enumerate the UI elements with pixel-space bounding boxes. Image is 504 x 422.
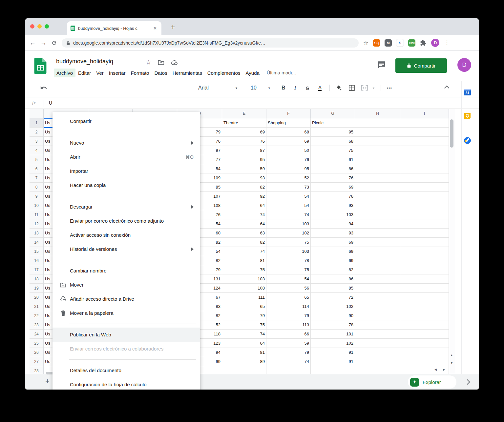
file-menu-item-compartir[interactable]: Compartir [52, 114, 200, 128]
browser-profile-avatar[interactable]: D [431, 39, 439, 47]
cell-H14[interactable] [355, 238, 400, 247]
row-header-13[interactable]: 13 [30, 229, 44, 238]
row-header-26[interactable]: 26 [30, 348, 44, 357]
cell-F12[interactable]: 103 [266, 219, 311, 229]
more-toolbar-icon[interactable]: ⋯ [387, 85, 392, 91]
cell-I21[interactable] [400, 302, 449, 311]
scroll-down-icon[interactable]: ▼ [450, 361, 453, 365]
sheets-logo[interactable] [34, 58, 47, 74]
cell-G12[interactable]: 94 [311, 219, 355, 229]
select-all-corner[interactable] [30, 109, 44, 118]
cell-G3[interactable]: 68 [311, 137, 355, 146]
cell-F4[interactable]: 50 [266, 146, 311, 155]
cell-H10[interactable] [355, 201, 400, 210]
vertical-scrollbar[interactable] [449, 109, 455, 390]
cell-F19[interactable]: 56 [266, 284, 311, 293]
cell-E22[interactable]: 79 [222, 311, 266, 320]
cell-F9[interactable]: 54 [266, 192, 311, 201]
menubar-item-formato[interactable]: Formato [128, 69, 152, 77]
cell-G7[interactable]: 76 [311, 173, 355, 183]
cell-G8[interactable]: 69 [311, 183, 355, 192]
cell-F20[interactable]: 65 [266, 293, 311, 302]
cell-I27[interactable] [400, 357, 449, 366]
cell-G11[interactable]: 103 [311, 210, 355, 219]
file-menu-item-abrir[interactable]: Abrir⌘O [52, 150, 200, 164]
cell-F15[interactable]: 103 [266, 247, 311, 256]
cell-G9[interactable]: 76 [311, 192, 355, 201]
cell-I19[interactable] [400, 284, 449, 293]
row-header-10[interactable]: 10 [30, 201, 44, 210]
row-header-21[interactable]: 21 [30, 302, 44, 311]
forward-icon[interactable]: → [40, 39, 47, 47]
cell-H19[interactable] [355, 284, 400, 293]
extensions-puzzle-icon[interactable] [420, 40, 427, 46]
document-title[interactable]: buddymove_holidayiq [56, 58, 113, 65]
cell-H16[interactable] [355, 256, 400, 265]
file-menu-item-cambiar-nombre[interactable]: Cambiar nombre [52, 264, 200, 278]
cell-H8[interactable] [355, 183, 400, 192]
file-menu-item-a-adir-acceso-directo-a-drive[interactable]: Añadir acceso directo a Drive [52, 292, 200, 306]
cell-F24[interactable]: 66 [266, 330, 311, 339]
cloud-status-icon[interactable] [171, 60, 178, 65]
cell-I9[interactable] [400, 192, 449, 201]
file-menu-item-mover[interactable]: Mover [52, 278, 200, 292]
row-header-8[interactable]: 8 [30, 183, 44, 192]
cell-I23[interactable] [400, 320, 449, 330]
column-header-H[interactable]: H [355, 109, 400, 118]
cell-E27[interactable]: 89 [222, 357, 266, 366]
cell-I17[interactable] [400, 265, 449, 274]
close-window-button[interactable] [30, 24, 34, 29]
cell-H4[interactable] [355, 146, 400, 155]
cell-E28[interactable] [222, 366, 266, 374]
add-sheet-button[interactable]: + [45, 377, 50, 386]
explore-button[interactable]: ✦ Explorar [408, 375, 456, 389]
cell-F5[interactable]: 76 [266, 155, 311, 164]
strikethrough-button[interactable]: S [306, 85, 309, 91]
cell-F14[interactable]: 75 [266, 238, 311, 247]
cell-H9[interactable] [355, 192, 400, 201]
cell-G14[interactable]: 69 [311, 238, 355, 247]
borders-icon[interactable] [348, 85, 355, 91]
cell-I14[interactable] [400, 238, 449, 247]
cell-G24[interactable]: 101 [311, 330, 355, 339]
cell-I20[interactable] [400, 293, 449, 302]
row-header-16[interactable]: 16 [30, 256, 44, 265]
row-header-4[interactable]: 4 [30, 146, 44, 155]
sheets-profile-avatar[interactable]: D [457, 58, 471, 72]
cell-H12[interactable] [355, 219, 400, 229]
cell-G27[interactable]: 91 [311, 357, 355, 366]
cell-E1[interactable]: Theatre [222, 118, 266, 128]
last-modified-link[interactable]: Última modi… [267, 70, 297, 75]
cell-I26[interactable] [400, 348, 449, 357]
cell-G18[interactable]: 86 [311, 274, 355, 284]
cell-E7[interactable]: 93 [222, 173, 266, 183]
bookmark-star-icon[interactable]: ☆ [363, 39, 368, 47]
formula-bar[interactable]: fx U [25, 97, 479, 109]
cell-I6[interactable] [400, 164, 449, 173]
undo-icon[interactable] [40, 84, 47, 91]
scroll-right-icon[interactable]: ▶ [443, 368, 445, 371]
comment-history-icon[interactable] [377, 61, 386, 69]
cell-I24[interactable] [400, 330, 449, 339]
cell-G23[interactable]: 78 [311, 320, 355, 330]
file-menu-item-enviar-por-correo-electr-nico-como-adjunto[interactable]: Enviar por correo electrónico como adjun… [52, 214, 200, 228]
cell-E3[interactable]: 76 [222, 137, 266, 146]
row-header-27[interactable]: 27 [30, 357, 44, 366]
cell-I13[interactable] [400, 229, 449, 238]
cell-H28[interactable] [355, 366, 400, 374]
row-header-28[interactable]: 28 [30, 366, 44, 374]
cell-E10[interactable]: 64 [222, 201, 266, 210]
cell-F18[interactable]: 54 [266, 274, 311, 284]
menubar-item-herramientas[interactable]: Herramientas [170, 69, 205, 77]
cell-H2[interactable] [355, 128, 400, 137]
font-family-caret-icon[interactable]: ▼ [235, 87, 238, 90]
cell-G4[interactable]: 75 [311, 146, 355, 155]
cell-H18[interactable] [355, 274, 400, 284]
minimize-window-button[interactable] [37, 24, 42, 29]
row-header-6[interactable]: 6 [30, 164, 44, 173]
cell-F13[interactable]: 102 [266, 229, 311, 238]
cell-F25[interactable]: 59 [266, 339, 311, 348]
star-document-icon[interactable]: ☆ [146, 59, 151, 66]
cell-I12[interactable] [400, 219, 449, 229]
cell-G10[interactable]: 93 [311, 201, 355, 210]
